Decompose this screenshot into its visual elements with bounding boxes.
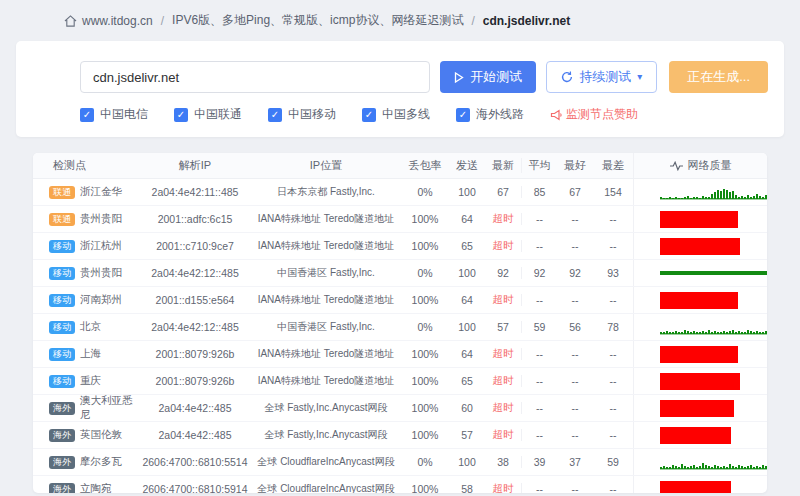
loss-rate: 100% xyxy=(401,429,449,441)
avg-ms: -- xyxy=(521,375,557,387)
node-cell: 海外 摩尔多瓦 xyxy=(33,455,139,469)
continuous-test-button[interactable]: 持续测试 ▾ xyxy=(546,61,657,93)
header-loss-rate: 丢包率 xyxy=(401,158,449,173)
avg-ms: 92 xyxy=(521,267,557,279)
resolved-ip: 2001::c710:9ce7 xyxy=(139,240,251,252)
checkbox-checked-icon: ✓ xyxy=(362,108,376,122)
sent-count: 64 xyxy=(449,348,485,360)
node-cell: 移动 浙江杭州 xyxy=(33,239,139,253)
sent-count: 57 xyxy=(449,429,485,441)
worst-ms: -- xyxy=(593,375,633,387)
worst-ms: -- xyxy=(593,483,633,493)
checkbox-checked-icon: ✓ xyxy=(174,108,188,122)
ip-location: 中国香港区 Fastly,Inc. xyxy=(251,320,401,334)
worst-ms: -- xyxy=(593,294,633,306)
quality-chart xyxy=(633,368,767,394)
carrier-badge: 移动 xyxy=(49,375,75,388)
generating-label: 正在生成... xyxy=(687,68,750,86)
avg-ms: -- xyxy=(521,402,557,414)
resolved-ip: 2a04:4e42:11::485 xyxy=(139,186,251,198)
table-row: 海外 英国伦敦 2a04:4e42::485 全球 Fastly,Inc.Any… xyxy=(33,422,767,449)
line-filter-label: 中国电信 xyxy=(100,106,148,123)
avg-ms: -- xyxy=(521,294,557,306)
table-row: 联通 贵州贵阳 2001::adfc:6c15 IANA特殊地址 Teredo隧… xyxy=(33,206,767,233)
sent-count: 58 xyxy=(449,483,485,493)
carrier-badge: 海外 xyxy=(49,456,75,469)
refresh-icon xyxy=(561,71,573,83)
carrier-badge: 联通 xyxy=(49,213,75,226)
play-icon xyxy=(454,72,464,83)
latest-ms: 超时 xyxy=(485,428,521,442)
avg-ms: 85 xyxy=(521,186,557,198)
line-filter-label: 中国联通 xyxy=(194,106,242,123)
loss-rate: 100% xyxy=(401,240,449,252)
node-name: 浙江杭州 xyxy=(80,239,122,253)
node-cell: 移动 上海 xyxy=(33,347,139,361)
avg-ms: -- xyxy=(521,429,557,441)
best-ms: -- xyxy=(557,429,593,441)
best-ms: -- xyxy=(557,240,593,252)
best-ms: -- xyxy=(557,294,593,306)
sent-count: 65 xyxy=(449,375,485,387)
home-icon xyxy=(64,15,77,27)
line-filter-label: 海外线路 xyxy=(476,106,524,123)
node-name: 重庆 xyxy=(80,374,101,388)
line-filter-checkbox[interactable]: ✓ 中国电信 xyxy=(80,106,148,123)
table-row: 联通 浙江金华 2a04:4e42:11::485 日本东京都 Fastly,I… xyxy=(33,179,767,206)
header-node: 检测点 xyxy=(33,158,139,173)
sent-count: 60 xyxy=(449,402,485,414)
table-row: 海外 摩尔多瓦 2606:4700::6810:5514 全球 Cloudfla… xyxy=(33,449,767,476)
ip-location: IANA特殊地址 Teredo隧道地址 xyxy=(251,374,401,388)
loss-rate: 0% xyxy=(401,267,449,279)
ip-location: 中国香港区 Fastly,Inc. xyxy=(251,266,401,280)
node-name: 澳大利亚悉尼 xyxy=(80,394,139,422)
resolved-ip: 2001::adfc:6c15 xyxy=(139,213,251,225)
node-cell: 联通 贵州贵阳 xyxy=(33,212,139,226)
ip-location: IANA特殊地址 Teredo隧道地址 xyxy=(251,347,401,361)
loss-rate: 0% xyxy=(401,186,449,198)
table-row: 移动 贵州贵阳 2a04:4e42:12::485 中国香港区 Fastly,I… xyxy=(33,260,767,287)
node-cell: 移动 北京 xyxy=(33,320,139,334)
line-filter-label: 中国多线 xyxy=(382,106,430,123)
best-ms: -- xyxy=(557,348,593,360)
generating-button[interactable]: 正在生成... xyxy=(669,61,768,93)
resolved-ip: 2001::8079:926b xyxy=(139,375,251,387)
loss-rate: 100% xyxy=(401,375,449,387)
header-average: 平均 xyxy=(521,158,557,173)
node-cell: 移动 贵州贵阳 xyxy=(33,266,139,280)
quality-chart xyxy=(633,395,767,421)
checkbox-checked-icon: ✓ xyxy=(456,108,470,122)
sent-count: 64 xyxy=(449,294,485,306)
header-network-quality-label: 网络质量 xyxy=(688,158,732,173)
carrier-badge: 移动 xyxy=(49,240,75,253)
node-name: 贵州贵阳 xyxy=(80,266,122,280)
loss-rate: 100% xyxy=(401,294,449,306)
line-filter-checkbox[interactable]: ✓ 中国多线 xyxy=(362,106,430,123)
result-table: 检测点 解析IP IP位置 丢包率 发送 最新 平均 最好 最差 网络质量 联通… xyxy=(33,153,767,493)
sponsor-link[interactable]: 监测节点赞助 xyxy=(550,106,638,123)
ip-location: 日本东京都 Fastly,Inc. xyxy=(251,185,401,199)
latest-ms: 92 xyxy=(485,267,521,279)
breadcrumb-site[interactable]: www.itdog.cn xyxy=(82,14,153,28)
table-row: 移动 浙江杭州 2001::c710:9ce7 IANA特殊地址 Teredo隧… xyxy=(33,233,767,260)
breadcrumb-category[interactable]: IPV6版、多地Ping、常规版、icmp协议、网络延迟测试 xyxy=(172,12,463,29)
start-test-button[interactable]: 开始测试 xyxy=(440,61,536,93)
line-filter-checkbox[interactable]: ✓ 海外线路 xyxy=(456,106,524,123)
line-filter-checkbox[interactable]: ✓ 中国联通 xyxy=(174,106,242,123)
table-row: 移动 北京 2a04:4e42:12::485 中国香港区 Fastly,Inc… xyxy=(33,314,767,341)
node-name: 英国伦敦 xyxy=(80,428,122,442)
best-ms: -- xyxy=(557,483,593,493)
host-input[interactable] xyxy=(80,61,430,93)
best-ms: -- xyxy=(557,375,593,387)
latest-ms: 57 xyxy=(485,321,521,333)
line-filters: ✓ 中国电信 ✓ 中国联通 ✓ 中国移动 ✓ 中国多线 ✓ 海外线路 监测节点赞… xyxy=(80,106,768,123)
sent-count: 100 xyxy=(449,186,485,198)
quality-chart xyxy=(633,341,767,367)
latest-ms: 超时 xyxy=(485,212,521,226)
latest-ms: 38 xyxy=(485,456,521,468)
table-body: 联通 浙江金华 2a04:4e42:11::485 日本东京都 Fastly,I… xyxy=(33,179,767,493)
resolved-ip: 2a04:4e42:12::485 xyxy=(139,321,251,333)
quality-chart xyxy=(633,179,767,205)
quality-chart xyxy=(633,287,767,313)
line-filter-checkbox[interactable]: ✓ 中国移动 xyxy=(268,106,336,123)
